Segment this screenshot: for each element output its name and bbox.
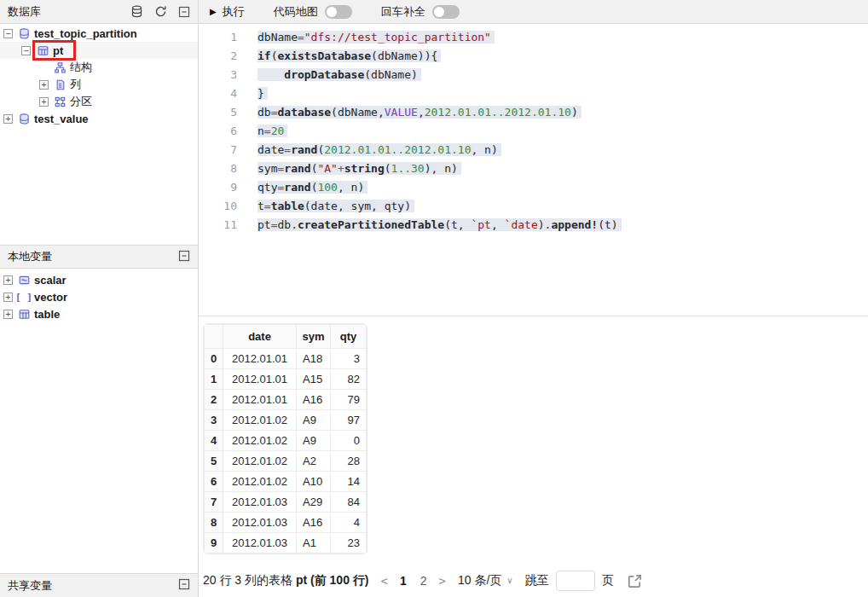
prev-page-button[interactable]: < <box>381 574 388 588</box>
line-number: 11 <box>199 218 237 231</box>
cell-date: 2012.01.02 <box>223 472 297 492</box>
cell-qty: 97 <box>331 410 367 431</box>
jump-to-page: 跳至 页 <box>525 571 614 591</box>
code-map-switch[interactable] <box>325 5 352 19</box>
code-line-1[interactable]: 1dbName="dfs://test_topic_partition" <box>199 27 868 46</box>
results-panel: datesymqty 02012.01.01A18312012.01.01A15… <box>199 316 868 597</box>
line-number: 4 <box>199 87 237 100</box>
refresh-icon[interactable] <box>154 5 167 18</box>
col-header-date: date <box>223 325 297 349</box>
code-line-10[interactable]: 10t=table(date, sym, qty) <box>199 196 868 215</box>
line-number: 9 <box>199 181 237 194</box>
run-button[interactable]: ▶ 执行 <box>210 4 245 20</box>
tree-item-label: test_value <box>34 113 89 125</box>
scalar-icon <box>18 274 30 286</box>
cell-qty: 79 <box>331 390 367 410</box>
code-line-6[interactable]: 6n=20 <box>199 121 868 140</box>
local-variable-vector[interactable]: +[ ]vector <box>0 288 198 305</box>
cell-date: 2012.01.01 <box>223 349 297 369</box>
collapse-panel-icon[interactable] <box>178 6 190 18</box>
tree-item-列[interactable]: +列 <box>0 76 198 93</box>
open-in-new-window-icon[interactable] <box>628 574 642 588</box>
table-row: 12012.01.01A1582 <box>205 369 367 390</box>
page-unit-label: 页 <box>602 573 614 588</box>
cell-sym: A16 <box>297 390 331 410</box>
code-line-5[interactable]: 5db=database(dbName,VALUE,2012.01.01..20… <box>199 102 868 121</box>
enter-complete-toggle-group: 回车补全 <box>381 4 460 20</box>
line-number: 6 <box>199 125 237 137</box>
page-button-1[interactable]: 1 <box>400 574 407 588</box>
page-button-2[interactable]: 2 <box>420 574 427 588</box>
collapse-node-icon[interactable]: − <box>3 29 13 38</box>
expander-spacer <box>39 63 49 72</box>
code-line-11[interactable]: 11pt=db.createPartitionedTable(t, `pt, `… <box>199 215 868 234</box>
shared-variables-header: 共享变量 <box>0 573 198 597</box>
cell-date: 2012.01.01 <box>223 390 297 410</box>
code-line-8[interactable]: 8sym=rand("A"+string(1..30), n) <box>199 159 868 177</box>
cell-sym: A9 <box>297 410 331 431</box>
expand-node-icon[interactable]: + <box>39 97 49 107</box>
cell-qty: 0 <box>331 431 367 451</box>
jump-label: 跳至 <box>525 573 549 588</box>
pagination-bar: 20 行 3 列的表格 pt (前 100 行) < 12 > 10 条/页 ∨… <box>203 565 642 596</box>
code-text: date=rand(2012.01.01..2012.01.10, n) <box>258 143 501 156</box>
table-row: 02012.01.01A183 <box>205 349 367 369</box>
cell-sym: A1 <box>297 533 331 554</box>
jump-page-input[interactable] <box>556 571 595 591</box>
table-icon <box>37 44 49 56</box>
cell-sym: A29 <box>297 492 331 513</box>
tree-item-test_topic_partition[interactable]: −test_topic_partition <box>0 25 198 42</box>
code-text: n=20 <box>258 125 287 137</box>
code-line-4[interactable]: 4} <box>199 84 868 102</box>
table-row: 32012.01.02A997 <box>205 410 367 431</box>
sidebar-divider[interactable] <box>198 0 199 597</box>
code-line-7[interactable]: 7date=rand(2012.01.01..2012.01.10, n) <box>199 140 868 159</box>
tree-item-结构[interactable]: 结构 <box>0 59 198 76</box>
cell-date: 2012.01.03 <box>223 533 297 554</box>
code-text: dropDatabase(dbName) <box>258 68 421 81</box>
chevron-down-icon: ∨ <box>506 576 512 585</box>
collapse-panel-icon[interactable] <box>178 578 190 593</box>
cell-date: 2012.01.02 <box>223 410 297 431</box>
local-variable-scalar[interactable]: +scalar <box>0 271 198 288</box>
result-table-head-row: datesymqty <box>205 325 367 349</box>
database-icon <box>18 113 30 125</box>
row-index: 9 <box>205 533 223 554</box>
enter-complete-switch[interactable] <box>432 5 460 19</box>
code-editor[interactable]: 1dbName="dfs://test_topic_partition"2if(… <box>199 25 868 315</box>
page-size-value: 10 条/页 <box>458 573 501 588</box>
col-header-index <box>205 325 223 349</box>
annotation-red-box: pt <box>32 40 76 61</box>
line-number: 7 <box>199 143 237 156</box>
page-size-select[interactable]: 10 条/页 ∨ <box>458 573 513 588</box>
database-icon[interactable] <box>130 5 143 18</box>
code-line-9[interactable]: 9qty=rand(100, n) <box>199 177 868 196</box>
row-index: 6 <box>205 472 223 492</box>
cell-sym: A9 <box>297 431 331 451</box>
next-page-button[interactable]: > <box>439 574 446 588</box>
table-summary-text: 20 行 3 列的表格 <box>203 573 292 587</box>
tree-item-test_value[interactable]: +test_value <box>0 110 198 127</box>
cell-sym: A16 <box>297 513 331 533</box>
local-variable-table[interactable]: +table <box>0 305 198 322</box>
expand-node-icon[interactable]: + <box>3 114 13 124</box>
partition-icon <box>54 96 66 107</box>
expand-node-icon[interactable]: + <box>3 293 13 302</box>
collapse-node-icon[interactable]: − <box>21 46 31 55</box>
expand-node-icon[interactable]: + <box>39 80 49 90</box>
columns-icon <box>54 78 66 90</box>
collapse-panel-icon[interactable] <box>178 250 190 264</box>
line-number: 3 <box>199 68 237 81</box>
database-panel-header: 数据库 <box>0 0 198 23</box>
expand-node-icon[interactable]: + <box>3 275 13 285</box>
code-line-3[interactable]: 3 dropDatabase(dbName) <box>199 65 868 84</box>
line-number: 1 <box>199 31 237 43</box>
code-text: pt=db.createPartitionedTable(t, `pt, `da… <box>258 218 622 231</box>
play-icon: ▶ <box>210 7 217 16</box>
expand-node-icon[interactable]: + <box>3 310 13 319</box>
tree-item-分区[interactable]: +分区 <box>0 93 198 110</box>
table-row: 62012.01.02A1014 <box>205 472 367 492</box>
tree-item-pt[interactable]: −pt <box>0 42 198 59</box>
code-line-2[interactable]: 2if(existsDatabase(dbName)){ <box>199 46 868 65</box>
row-index: 7 <box>205 492 223 513</box>
